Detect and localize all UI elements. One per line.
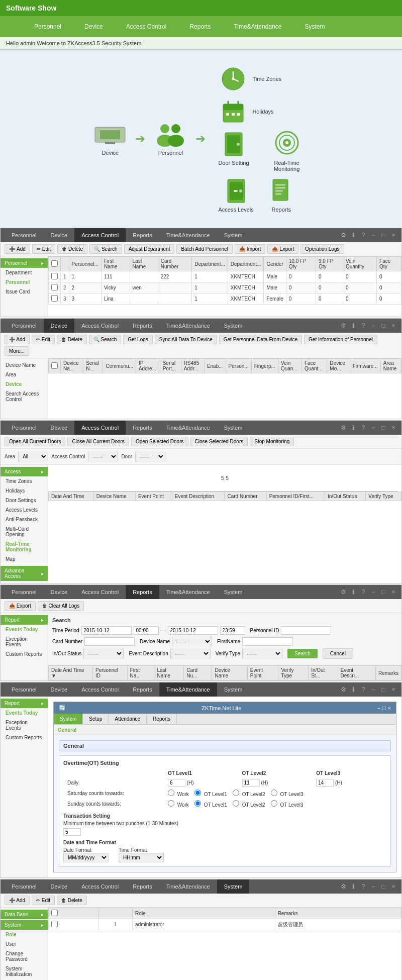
dev-col-ip[interactable]: IP Addre... [136,359,160,373]
r-col-ln[interactable]: Last Name [154,666,184,680]
verify-type-select[interactable]: —— [242,649,282,658]
gear-icon-ac[interactable]: ⚙ [339,424,347,431]
close-icon-ac[interactable]: × [389,424,397,431]
gear-icon-p[interactable]: ⚙ [339,232,347,239]
sync-all-button[interactable]: Sync All Data To Device [155,335,217,344]
nav-time-attendance-tab-r[interactable]: Time&Attendance [159,585,217,599]
sidebar-change-password[interactable]: Change Password [1,949,48,964]
to-date-input[interactable] [168,626,218,635]
nav-personnel-tab[interactable]: Personnel [5,228,44,242]
export-button-r[interactable]: 📤 Export [5,601,36,611]
sidebar-anti-passback[interactable]: Anti-Passback [1,515,48,524]
r-col-datetime[interactable]: Date And Time ▼ [49,666,93,680]
dev-col-finger[interactable]: Fingerp... [251,359,278,373]
edit-button-sys[interactable]: ✏ Edit [32,896,55,905]
nav-personnel-tab-ac[interactable]: Personnel [5,421,44,435]
col-fp10[interactable]: 10.0 FP Qty [286,257,316,271]
sys-table-row[interactable]: 1 administrator 超级管理员 [49,919,401,930]
device-name-select[interactable]: —— [172,637,212,646]
nav-system-tab-ta[interactable]: System [217,682,250,697]
nav-reports-tab-ac[interactable]: Reports [126,421,159,435]
col-pid[interactable]: Personnel... [69,257,101,271]
dev-col-firm[interactable]: Firmware... [350,359,380,373]
close-selected-btn[interactable]: Close Selected Doors [190,437,248,446]
nav-device-tab[interactable]: Device [44,228,75,242]
question-icon-d[interactable]: ? [359,322,367,329]
r-col-event-pt[interactable]: Event Point [247,666,278,680]
nav-access-control-tab-ac[interactable]: Access Control [74,421,126,435]
card-number-input[interactable] [84,637,135,646]
search-button-d[interactable]: 🔍 Search [89,335,121,344]
maximize-icon-d[interactable]: □ [379,322,387,329]
row-check-3[interactable] [51,295,58,302]
info-icon-p[interactable]: ℹ [349,232,357,239]
nav-access-control-tab-sys[interactable]: Access Control [74,879,126,894]
col-dept2[interactable]: Department... [228,257,264,271]
more-button[interactable]: More... [5,346,29,356]
access-control-select[interactable]: —— [88,452,118,461]
time-format-select[interactable]: HH:mm [119,853,164,862]
dev-select-all[interactable] [51,362,58,369]
nav-personnel[interactable]: Personnel [30,21,65,32]
modal-nav-setup[interactable]: Setup [83,714,109,724]
delete-button-p[interactable]: 🗑 Delete [57,244,87,254]
door-select[interactable]: —— [135,452,165,461]
nav-system-tab-p[interactable]: System [217,228,250,242]
reports-sidebar-section[interactable]: Report ▸ [1,615,48,625]
col-face[interactable]: Face Qty [377,257,401,271]
get-personnel-button[interactable]: Get Personnel Data From Device [219,335,302,344]
open-all-doors-btn[interactable]: Open All Current Doors [5,437,65,446]
info-icon-ta[interactable]: ℹ [349,686,357,693]
sys-select-all[interactable] [51,910,58,916]
minus-icon-ac[interactable]: − [369,424,377,431]
modal-close[interactable]: × [388,705,391,711]
close-icon-d[interactable]: × [389,322,397,329]
minus-icon-p[interactable]: − [369,232,377,239]
info-icon-r[interactable]: ℹ [349,589,357,596]
sidebar-exception-ta[interactable]: Exception Events [1,718,48,733]
r-col-card[interactable]: Card Nu... [184,666,212,680]
sun-work-radio[interactable] [168,800,174,807]
minus-icon-r[interactable]: − [369,589,377,596]
import-button-p[interactable]: 📥 Import [235,244,265,254]
maximize-icon-ac[interactable]: □ [379,424,387,431]
to-time-input[interactable] [220,626,245,635]
sys-col-role[interactable]: Role [133,908,275,919]
from-date-input[interactable] [81,626,132,635]
ac-sidebar-section[interactable]: Access ▸ [1,467,48,476]
nav-system[interactable]: System [300,21,329,32]
nav-device-tab-r[interactable]: Device [44,585,75,599]
question-icon-r[interactable]: ? [359,589,367,596]
sidebar-time-zones[interactable]: Time Zones [1,476,48,486]
close-icon-sys[interactable]: × [389,883,397,890]
close-all-doors-btn[interactable]: Close All Current Doors [67,437,129,446]
gear-icon-ta[interactable]: ⚙ [339,686,347,693]
nav-time-attendance[interactable]: Time&Attendance [230,21,285,32]
sidebar-multi-card[interactable]: Multi-Card Opening [1,524,48,539]
ac-col-device[interactable]: Device Name [93,492,135,501]
op-logs-button[interactable]: Operation Logs [300,244,344,254]
table-row[interactable]: 2 2 Vicky wen 1 XKMTECH Male 0 0 0 0 [49,282,401,293]
nav-access-control-tab-p[interactable]: Access Control [74,228,126,242]
batch-add-button[interactable]: Batch Add Personnel [176,244,232,254]
nav-reports-tab-sys[interactable]: Reports [126,879,159,894]
select-all-checkbox[interactable] [51,260,58,267]
dev-col-commu[interactable]: Communu... [103,359,136,373]
nav-time-attendance-tab-d[interactable]: Time&Attendance [159,319,217,333]
sidebar-custom-reports-r[interactable]: Custom Reports [1,649,48,659]
nav-system-tab-sys[interactable]: System [217,879,250,894]
nav-system-tab-d[interactable]: System [217,319,250,333]
sidebar-device-name[interactable]: Device Name [1,360,48,370]
dev-col-name[interactable]: Device Na... [61,359,83,373]
nav-device-tab-ta[interactable]: Device [44,682,75,697]
sidebar-exception-events-r[interactable]: Exception Events [1,634,48,649]
row-check-1[interactable] [51,273,58,279]
nav-time-attendance-tab-ac[interactable]: Time&Attendance [159,421,217,435]
stop-monitoring-btn[interactable]: Stop Monitoring [250,437,294,446]
r-col-event-desc[interactable]: Event Descri... [338,666,375,680]
minus-icon-d[interactable]: − [369,322,377,329]
nav-reports[interactable]: Reports [185,21,215,32]
info-icon-d[interactable]: ℹ [349,322,357,329]
dev-col-enab[interactable]: Enab... [204,359,226,373]
r-col-remarks[interactable]: Remarks [375,666,401,680]
